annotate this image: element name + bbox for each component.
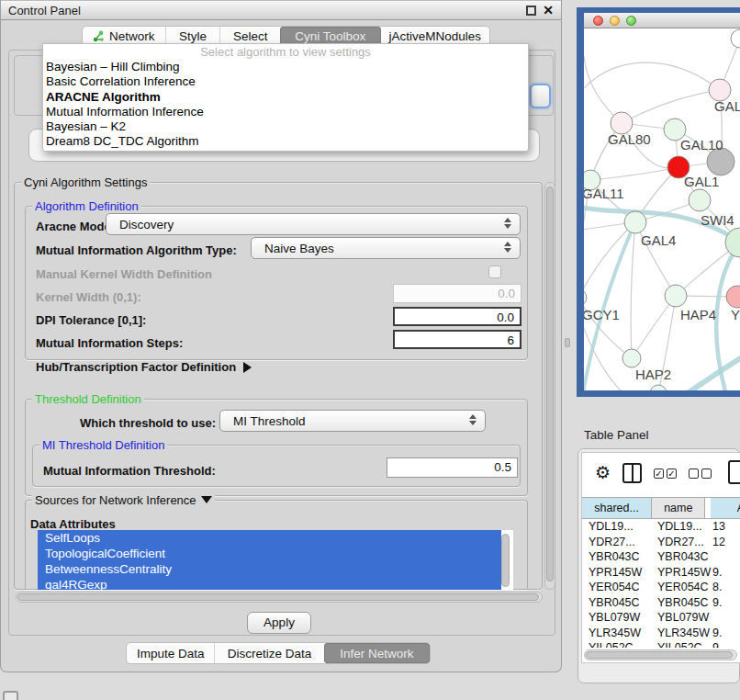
close-traffic-light[interactable] <box>593 16 603 26</box>
mi-type-combo[interactable]: Naive Bayes <box>251 237 521 259</box>
table-row[interactable]: YER054CYER054C8. <box>582 581 740 596</box>
algorithm-option[interactable]: Bayesian – K2 <box>43 119 528 134</box>
algorithm-option[interactable]: ARACNE Algorithm <box>43 90 528 105</box>
algorithm-browse-button[interactable] <box>530 84 551 108</box>
node-label: HAP2 <box>635 367 671 382</box>
table-rows: YDL19...YDL19...13YDR27...YDR27...12YBR0… <box>582 520 740 648</box>
cell: YPR145W <box>589 566 653 579</box>
table-header-row: shared...nameA <box>582 497 740 519</box>
tab-label: Style <box>179 29 207 43</box>
attribute-item[interactable]: gal4RGexp <box>38 577 501 590</box>
mi-steps-input[interactable]: 6 <box>393 330 521 349</box>
tab-label: jActiveMNodules <box>388 29 481 43</box>
table-row[interactable]: YDR27...YDR27...12 <box>582 536 740 551</box>
node-label: GAL4 <box>641 232 676 248</box>
table-row[interactable]: YIL052CYIL052C9. <box>582 641 740 648</box>
algorithm-option[interactable]: Mutual Information Inference <box>43 105 528 119</box>
aracne-mode-combo[interactable]: Discovery <box>106 213 521 235</box>
attributes-list-scrollbar[interactable] <box>501 534 510 587</box>
control-panel-titlebar: Control Panel ✕ <box>1 0 561 20</box>
tab-label: Cyni Toolbox <box>295 29 365 43</box>
sources-toggle[interactable]: Sources for Network Inference <box>32 493 215 507</box>
manual-kernel-checkbox[interactable] <box>488 265 501 278</box>
table-row[interactable]: YBL079WYBL079W <box>582 611 740 627</box>
node-label: SWI4 <box>701 212 734 228</box>
algorithm-option[interactable]: Bayesian – Hill Climbing <box>43 60 528 74</box>
mi-threshold-input[interactable]: 0.5 <box>387 457 518 478</box>
deselect-all-checkboxes-icon[interactable] <box>689 469 712 479</box>
attribute-item[interactable]: TopologicalCoefficient <box>38 546 501 561</box>
spinner-arrows-icon <box>504 218 511 229</box>
cell: YLR345W <box>589 627 653 639</box>
network-canvas[interactable]: GALGAL80GAL10GAL1GAL11SWI4GAL4GCY1HAP4YH… <box>584 28 740 390</box>
cell: 8. <box>712 581 740 593</box>
tab-label: Network <box>109 29 155 43</box>
table-row[interactable]: YBR045CYBR045C9. <box>582 596 740 612</box>
cell: YBL079W <box>657 611 722 624</box>
settings-hscroll-thumb[interactable] <box>17 593 539 601</box>
aracne-mode-value: Discovery <box>119 218 174 231</box>
algorithm-option[interactable]: Basic Correlation Inference <box>43 74 528 89</box>
spinner-arrows-icon <box>504 242 511 253</box>
zoom-traffic-light[interactable] <box>626 16 636 26</box>
settings-vscroll-thumb[interactable] <box>546 186 554 581</box>
export-table-icon[interactable] <box>728 460 740 484</box>
network-node[interactable] <box>584 289 587 306</box>
control-panel-window: Control Panel ✕ NetworkStyleSelectCyni T… <box>0 0 562 672</box>
table-row[interactable]: YPR145WYPR145W9. <box>582 566 740 581</box>
node-label: GAL <box>714 98 740 114</box>
table-horizontal-scrollbar[interactable] <box>584 649 737 660</box>
network-edge <box>590 167 678 180</box>
column-layout-icon[interactable] <box>622 463 642 483</box>
select-all-checkboxes-icon[interactable]: ✓✓ <box>654 469 677 479</box>
apply-button[interactable]: Apply <box>247 612 311 634</box>
network-edge <box>584 56 622 123</box>
column-header-name[interactable]: name <box>652 498 705 518</box>
cell: YDL19... <box>589 520 653 533</box>
close-icon[interactable]: ✕ <box>543 4 554 17</box>
collapsed-panel-icon[interactable] <box>3 691 18 700</box>
table-panel-inner: ⚙ ✓✓ shared...nameA YDL19...YDL19...13YD… <box>581 452 740 663</box>
column-header-shared...[interactable]: shared... <box>582 498 652 518</box>
column-header-A[interactable]: A <box>711 498 740 518</box>
table-row[interactable]: YLR345WYLR345W9. <box>582 627 740 642</box>
table-hscroll-thumb[interactable] <box>586 651 733 659</box>
window-title: Control Panel <box>8 4 81 17</box>
which-threshold-combo[interactable]: MI Threshold <box>219 410 486 432</box>
kernel-width-input[interactable]: 0.0 <box>393 284 521 303</box>
settings-vertical-scrollbar[interactable] <box>544 182 555 590</box>
algorithm-option[interactable]: Dream8 DC_TDC Algorithm <box>43 134 528 149</box>
attribute-item[interactable]: BetweennessCentrality <box>38 561 501 577</box>
network-node[interactable] <box>731 29 740 48</box>
table-row[interactable]: YDL19...YDL19...13 <box>582 520 740 536</box>
float-window-icon[interactable] <box>526 6 536 16</box>
network-node[interactable] <box>650 385 667 390</box>
mi-steps-label: Mutual Information Steps: <box>36 336 183 350</box>
table-panel: ⚙ ✓✓ shared...nameA YDL19...YDL19...13YD… <box>577 448 740 683</box>
dpi-tolerance-label: DPI Tolerance [0,1]: <box>36 313 146 327</box>
hub-definition-toggle[interactable]: Hub/Transcription Factor Definition <box>36 360 252 374</box>
threshold-definition-title: Threshold Definition <box>32 392 144 406</box>
data-attributes-list: SelfLoopsTopologicalCoefficientBetweenne… <box>38 530 513 590</box>
network-node[interactable] <box>665 285 687 307</box>
attribute-item[interactable]: SelfLoops <box>38 530 501 546</box>
network-node[interactable] <box>624 211 646 233</box>
network-node[interactable] <box>689 189 711 211</box>
bottom-tab-impute-data[interactable]: Impute Data <box>127 643 214 663</box>
dpi-tolerance-input[interactable]: 0.0 <box>393 307 521 326</box>
node-label: GAL80 <box>608 131 651 147</box>
network-graph: GALGAL80GAL10GAL1GAL11SWI4GAL4GCY1HAP4YH… <box>584 28 740 390</box>
bottom-tab-discretize-data[interactable]: Discretize Data <box>214 643 323 663</box>
cell: 9. <box>712 641 740 648</box>
table-row[interactable]: YBR043CYBR043C <box>582 550 740 566</box>
settings-horizontal-scrollbar[interactable] <box>16 592 543 603</box>
algorithm-definition-title: Algorithm Definition <box>32 199 141 213</box>
table-settings-gear-icon[interactable]: ⚙ <box>595 464 611 482</box>
network-node[interactable] <box>622 349 641 367</box>
minimize-traffic-light[interactable] <box>610 16 620 26</box>
panel-splitter-handle[interactable] <box>565 338 570 347</box>
cell: YBR043C <box>657 550 722 563</box>
table-toolbar: ⚙ ✓✓ <box>582 453 740 493</box>
network-node[interactable] <box>726 286 740 308</box>
bottom-tab-infer-network[interactable]: Infer Network <box>324 643 430 663</box>
